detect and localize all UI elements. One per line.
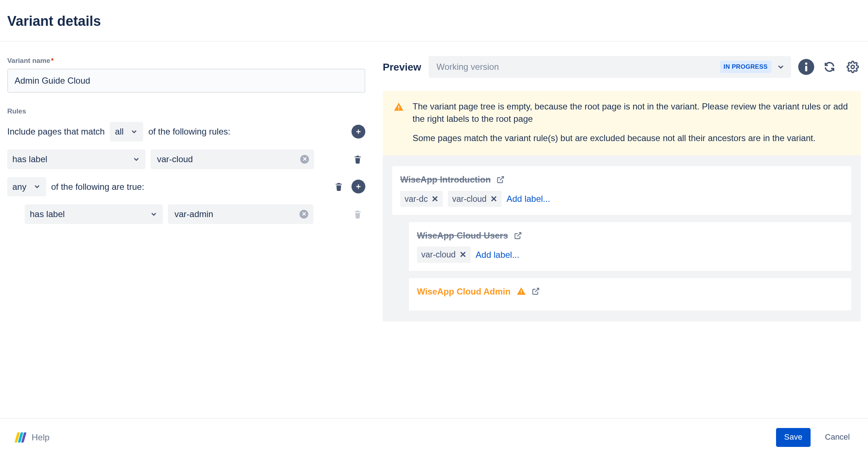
chevron-down-icon [33,183,41,191]
add-label-link[interactable]: Add label... [507,193,550,205]
refresh-icon [823,61,836,73]
settings-button[interactable] [845,59,861,75]
version-name: Working version [437,61,715,73]
trash-icon [334,181,343,192]
remove-label-icon[interactable]: ✕ [431,193,438,205]
cancel-button[interactable]: Cancel [817,428,858,447]
external-link-icon [497,176,505,184]
svg-rect-11 [521,290,521,293]
label-tag: var-dc✕ [400,191,443,207]
chevron-down-icon [776,63,785,71]
help-link[interactable]: Help [32,431,49,444]
dialog-header: Variant details [0,0,868,41]
chevron-down-icon [150,210,158,218]
page-title: Variant details [7,12,861,31]
trash-icon [353,154,362,164]
open-page-link[interactable] [514,232,522,240]
warning-icon [394,102,404,112]
refresh-button[interactable] [821,59,837,75]
rules-section-label: Rules [7,107,365,116]
delete-rule-button-disabled [350,207,365,222]
warning-icon [517,287,526,296]
rule-type-select[interactable]: has label [7,149,145,169]
variant-name-input[interactable] [7,69,365,93]
save-button[interactable]: Save [776,428,810,447]
include-scope-select[interactable]: all [110,122,143,141]
page-title-warning: WiseApp Cloud Admin [417,285,511,298]
include-rule-row: Include pages that match all of the foll… [7,122,365,141]
svg-line-13 [535,288,539,292]
svg-rect-12 [521,293,521,294]
clear-icon[interactable]: ✕ [300,210,308,219]
help-logo-icon [15,432,27,443]
warning-text-2: Some pages match the variant rule(s) but… [413,132,850,144]
page-title-excluded: WiseApp Introduction [400,173,491,186]
include-suffix-text: of the following rules: [148,125,230,138]
external-link-icon [532,287,540,295]
svg-rect-8 [398,109,399,109]
svg-point-6 [851,65,854,69]
open-page-link[interactable] [497,176,505,184]
delete-rule-button[interactable] [350,152,365,167]
chevron-down-icon [130,128,138,136]
rule-row: has label var-admin ✕ [7,204,365,224]
group-scope-select[interactable]: any [7,177,46,197]
page-title-excluded: WiseApp Cloud Users [417,229,508,242]
info-button[interactable] [798,59,814,75]
clear-icon[interactable]: ✕ [300,155,309,164]
chevron-down-icon [132,155,140,163]
preview-panel: Preview Working version IN PROGRESS [383,56,861,418]
open-page-link[interactable] [532,287,540,295]
dialog-footer: Help Save Cancel [0,418,868,456]
variant-form: Variant name* Rules Include pages that m… [7,56,365,418]
preview-heading: Preview [383,60,421,74]
page-tree: WiseApp Introduction var-dc✕ var-cloud✕ … [383,155,861,321]
label-tag: var-cloud✕ [417,247,471,263]
svg-point-4 [805,63,807,65]
variant-name-label: Variant name* [7,56,365,66]
add-rule-button[interactable] [351,125,365,139]
rule-value-input[interactable]: var-admin ✕ [168,204,313,224]
remove-label-icon[interactable]: ✕ [459,249,466,260]
tree-card: WiseApp Introduction var-dc✕ var-cloud✕ … [392,166,851,215]
add-label-link[interactable]: Add label... [476,249,519,261]
required-asterisk: * [51,57,53,64]
trash-icon [353,209,362,219]
warning-banner: The variant page tree is empty, because … [383,91,861,155]
rule-type-select[interactable]: has label [25,204,163,224]
rule-group-row: any of the following are true: [7,177,365,197]
svg-rect-7 [398,106,399,108]
include-prefix-text: Include pages that match [7,125,105,138]
svg-line-9 [500,177,503,180]
gear-icon [847,61,859,73]
tree-card: WiseApp Cloud Users var-cloud✕ Add label… [409,222,851,271]
version-select[interactable]: Working version IN PROGRESS [429,56,791,78]
external-link-icon [514,232,522,240]
warning-text-1: The variant page tree is empty, because … [413,100,850,125]
svg-line-10 [517,232,521,236]
label-tag: var-cloud✕ [448,191,502,207]
delete-group-button[interactable] [331,179,346,194]
rule-value-input[interactable]: var-cloud ✕ [150,149,314,169]
group-suffix-text: of the following are true: [51,181,144,193]
tree-card: WiseApp Cloud Admin [409,278,851,311]
remove-label-icon[interactable]: ✕ [490,193,497,205]
info-icon [804,62,808,72]
status-badge: IN PROGRESS [720,61,771,73]
rule-row: has label var-cloud ✕ [7,149,365,169]
svg-rect-5 [805,66,807,72]
add-sub-rule-button[interactable] [351,180,365,193]
